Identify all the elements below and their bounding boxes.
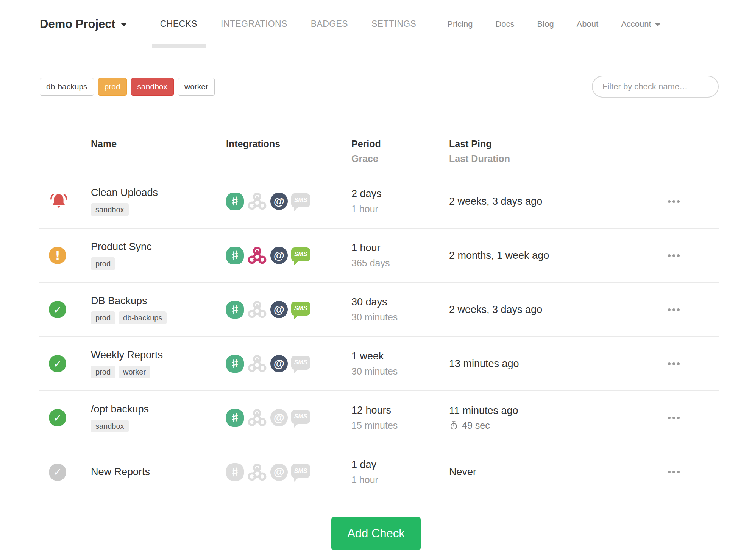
status-circle <box>49 301 66 318</box>
check-period: 1 week <box>351 350 449 362</box>
tag-filter-prod[interactable]: prod <box>98 78 127 96</box>
check-tag: worker <box>119 366 150 378</box>
slack-icon: # <box>226 355 244 373</box>
check-grace: 30 minutes <box>351 312 449 323</box>
tab-badges[interactable]: BADGES <box>311 0 348 48</box>
webhook-icon <box>247 354 267 373</box>
sms-icon: SMS <box>291 356 310 370</box>
slack-icon: # <box>226 463 244 481</box>
check-tag: prod <box>91 366 115 378</box>
check-name[interactable]: Weekly Reports <box>91 349 226 361</box>
table-header-row: Name Integrations Period Grace Last Ping… <box>39 98 719 174</box>
tag-filter-group: db-backups prod sandbox worker <box>40 78 215 96</box>
check-row: New Reports # @ SMS 1 day 1 hour Never <box>39 445 719 499</box>
check-last-ping: 2 months, 1 week ago <box>449 250 665 261</box>
sms-icon: SMS <box>291 247 310 261</box>
check-period: 1 day <box>351 459 449 471</box>
check-row: DB Backups prod db-backups # @ SMS 30 da… <box>39 283 719 337</box>
tab-settings[interactable]: SETTINGS <box>371 0 416 48</box>
check-name[interactable]: New Reports <box>91 466 226 478</box>
check-name[interactable]: DB Backups <box>91 295 226 307</box>
slack-icon: # <box>226 409 244 427</box>
check-tag: prod <box>91 257 115 270</box>
check-row: Clean Uploads sandbox # @ SMS 2 days 1 h… <box>39 174 719 229</box>
email-icon: @ <box>270 301 288 318</box>
sms-icon: SMS <box>291 193 310 207</box>
check-period: 1 hour <box>351 242 449 254</box>
check-last-ping: 11 minutes ago <box>449 405 665 417</box>
status-circle <box>49 409 66 426</box>
status-circle <box>49 247 66 264</box>
row-menu-button[interactable] <box>665 468 683 476</box>
check-grace: 30 minutes <box>351 366 449 377</box>
sms-icon: SMS <box>291 410 310 424</box>
status-warning-icon <box>49 247 66 264</box>
check-name[interactable]: Product Sync <box>91 241 226 253</box>
row-menu-button[interactable] <box>665 359 683 368</box>
check-last-ping: 2 weeks, 3 days ago <box>449 304 665 316</box>
nav-link-docs[interactable]: Docs <box>495 19 514 29</box>
col-header-period: Period <box>351 138 449 149</box>
check-period: 30 days <box>351 296 449 308</box>
chevron-down-icon <box>121 23 127 26</box>
check-name[interactable]: /opt backups <box>91 403 226 415</box>
tag-filter-worker[interactable]: worker <box>178 78 215 96</box>
project-tabs: CHECKS INTEGRATIONS BADGES SETTINGS <box>160 0 416 48</box>
row-menu-button[interactable] <box>665 251 683 260</box>
row-menu-button[interactable] <box>665 305 683 314</box>
tag-filter-db-backups[interactable]: db-backups <box>40 78 94 96</box>
check-period: 12 hours <box>351 404 449 416</box>
email-icon: @ <box>270 247 288 264</box>
tab-integrations[interactable]: INTEGRATIONS <box>221 0 287 48</box>
webhook-icon <box>247 408 267 428</box>
row-menu-button[interactable] <box>665 414 683 422</box>
account-menu[interactable]: Account <box>621 19 660 29</box>
account-label: Account <box>621 19 651 29</box>
nav-link-pricing[interactable]: Pricing <box>447 19 473 29</box>
col-header-last-duration: Last Duration <box>449 153 665 164</box>
chevron-down-icon <box>655 23 660 26</box>
check-grace: 1 hour <box>351 474 449 485</box>
check-tag: db-backups <box>119 311 167 324</box>
top-navbar: Demo Project CHECKS INTEGRATIONS BADGES … <box>23 0 729 48</box>
check-grace: 15 minutes <box>351 420 449 431</box>
sms-icon: SMS <box>291 302 310 316</box>
status-ok-icon <box>49 355 66 372</box>
status-new-icon <box>49 464 66 481</box>
project-name: Demo Project <box>40 17 115 31</box>
check-row: Product Sync prod # @ SMS 1 hour 365 day… <box>39 229 719 283</box>
status-alert-icon <box>49 191 69 211</box>
webhook-icon <box>247 300 267 319</box>
col-header-name: Name <box>91 138 226 149</box>
check-name[interactable]: Clean Uploads <box>91 187 226 199</box>
nav-link-blog[interactable]: Blog <box>537 19 554 29</box>
check-tag: sandbox <box>91 203 129 216</box>
check-name-filter-input[interactable] <box>592 76 719 98</box>
check-last-ping: 13 minutes ago <box>449 358 665 370</box>
status-circle <box>49 464 66 481</box>
site-nav: Pricing Docs Blog About Account <box>447 0 660 48</box>
check-period: 2 days <box>351 188 449 200</box>
checks-table: Name Integrations Period Grace Last Ping… <box>39 98 719 499</box>
check-tag: prod <box>91 311 115 324</box>
check-row: /opt backups sandbox # @ SMS 12 hours 15… <box>39 391 719 445</box>
project-switcher[interactable]: Demo Project <box>23 0 127 48</box>
footer-actions: Add Check <box>0 517 752 550</box>
slack-icon: # <box>226 247 244 264</box>
webhook-icon <box>247 191 267 211</box>
slack-icon: # <box>226 301 244 319</box>
row-menu-button[interactable] <box>665 197 683 206</box>
nav-link-about[interactable]: About <box>577 19 599 29</box>
check-last-ping: Never <box>449 466 665 478</box>
tag-filter-sandbox[interactable]: sandbox <box>131 78 174 96</box>
email-icon: @ <box>270 409 288 426</box>
status-circle <box>49 355 66 372</box>
check-tag: sandbox <box>91 420 129 432</box>
add-check-button[interactable]: Add Check <box>331 517 421 550</box>
slack-icon: # <box>226 193 244 210</box>
tab-checks[interactable]: CHECKS <box>160 0 197 48</box>
status-ok-icon <box>49 301 66 318</box>
stopwatch-icon <box>449 421 459 430</box>
col-header-integrations: Integrations <box>226 138 351 149</box>
check-grace: 1 hour <box>351 204 449 215</box>
